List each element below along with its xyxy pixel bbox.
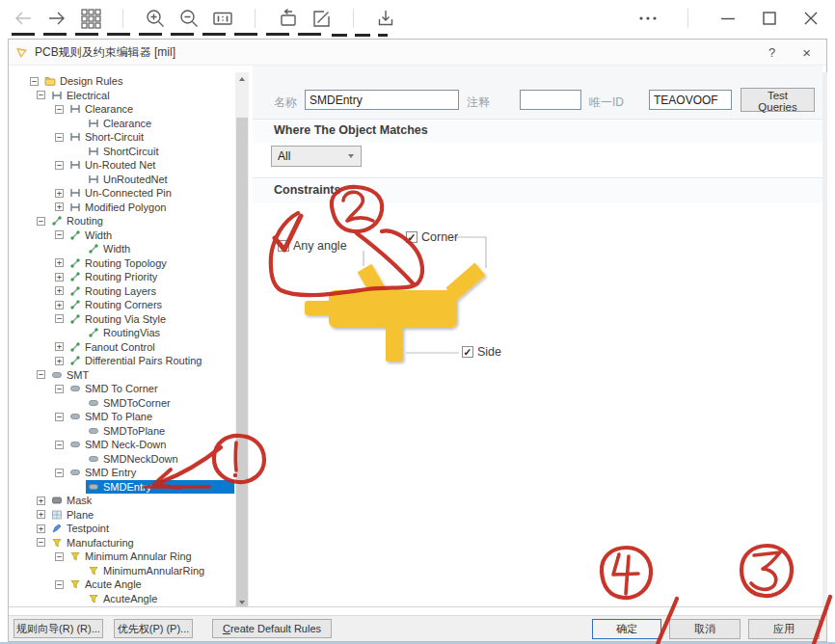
collapse-icon[interactable]: − [37,370,45,379]
expand-icon[interactable]: + [55,357,64,365]
ok-button[interactable]: 确定 [592,619,661,639]
tree-item-un-connected-pin[interactable]: +Un-Connected Pin [30,186,234,201]
collapse-icon[interactable]: − [30,77,39,86]
tree-item-routingvias[interactable]: RoutingVias [30,326,234,340]
scrollbar-thumb[interactable] [236,118,248,609]
tree-item-routing-corners[interactable]: +Routing Corners [30,298,234,312]
tree-item-un-routed-net[interactable]: −Un-Routed Net [30,158,234,173]
tree-item-routing-layers[interactable]: +Routing Layers [30,284,234,299]
scroll-up-icon[interactable] [235,72,249,85]
tree-item-minimum-annular-ring[interactable]: −Minimum Annular Ring [30,550,234,564]
tree-item-routing-via-style[interactable]: −Routing Via Style [30,312,234,327]
tree-item-mask[interactable]: +Mask [30,494,234,508]
tree-item-smt[interactable]: −SMT [30,368,234,383]
zoom-out-icon[interactable] [178,8,200,29]
expand-icon[interactable]: + [37,496,45,505]
apps-grid-icon[interactable] [80,8,101,29]
edit-icon[interactable] [310,8,332,29]
tree-item-smdtocorner[interactable]: SMDToCorner [30,396,234,411]
side-checkbox[interactable]: ✓ Side [462,345,501,359]
tree-item-manufacturing[interactable]: −Manufacturing [30,536,234,550]
rule-wizard-button[interactable]: 规则向导(R) (R)... [13,619,103,638]
back-icon[interactable] [13,8,34,29]
tree-item-width[interactable]: Width [30,242,234,256]
help-icon[interactable]: ? [768,45,775,60]
create-default-rules-button[interactable]: Create Default Rules [212,619,332,638]
unique-id-input[interactable] [649,90,732,110]
collapse-icon[interactable]: − [37,217,45,226]
corner-checkbox[interactable]: ✓ Corner [406,230,458,244]
zoom-in-icon[interactable] [145,8,166,29]
tree-item-minimumannularring[interactable]: MinimumAnnularRing [30,564,234,578]
maximize-icon[interactable] [759,8,780,29]
apply-button[interactable]: 应用 [748,619,820,639]
cancel-button[interactable]: 取消 [669,619,741,639]
collapse-icon[interactable]: − [55,413,64,421]
expand-icon[interactable]: + [55,202,64,211]
scope-dropdown[interactable]: All [271,146,362,167]
collapse-icon[interactable]: − [55,469,64,477]
minimize-icon[interactable] [717,8,739,29]
expand-icon[interactable]: + [55,301,64,309]
tree-item-routing-priority[interactable]: +Routing Priority [30,270,234,284]
more-options-icon[interactable] [637,8,659,29]
test-queries-button[interactable]: Test Queries [741,88,815,112]
tree-scrollbar[interactable] [235,72,249,608]
any-angle-checkbox[interactable]: Any angle [278,239,347,253]
collapse-icon[interactable]: − [55,314,64,323]
tree-item-electrical[interactable]: −Electrical [30,89,234,103]
tree-item-fanout-control[interactable]: +Fanout Control [30,340,234,355]
tree-item-unroutednet[interactable]: UnRoutedNet [30,173,234,187]
expand-icon[interactable]: + [55,273,64,282]
tree-item-clearance[interactable]: Clearance [30,117,234,131]
pad-body [329,290,457,328]
tree-item-short-circuit[interactable]: −Short-Circuit [30,130,234,145]
close-window-icon[interactable] [800,8,822,29]
tree-item-routing-topology[interactable]: +Routing Topology [30,256,234,271]
close-icon[interactable]: × [802,44,811,61]
right-panel-scrollbar[interactable] [822,72,827,608]
tree-item-smd-to-plane[interactable]: −SMD To Plane [30,410,234,424]
tree-item-smd-to-corner[interactable]: −SMD To Corner [30,382,234,396]
comment-input[interactable] [520,90,581,110]
tree-item-smdentry[interactable]: SMDEntry [30,480,234,495]
collapse-icon[interactable]: − [37,538,45,547]
tree-item-acute-angle[interactable]: −Acute Angle [30,577,234,592]
collapse-icon[interactable]: − [55,580,64,589]
tree-item-routing[interactable]: −Routing [30,214,234,228]
priorities-button[interactable]: 优先权(P) (P)... [114,619,193,638]
collapse-icon[interactable]: − [55,552,64,561]
expand-icon[interactable]: + [55,342,64,351]
tree-item-smd-neck-down[interactable]: −SMD Neck-Down [30,438,234,452]
forward-icon[interactable] [46,8,67,29]
collapse-icon[interactable]: − [37,91,45,99]
expand-icon[interactable]: + [55,189,64,198]
expand-icon[interactable]: + [55,286,64,295]
tree-item-shortcircuit[interactable]: ShortCircuit [30,145,234,159]
tree-item-differential-pairs-routing[interactable]: +Differential Pairs Routing [30,354,234,368]
collapse-icon[interactable]: − [55,385,64,393]
collapse-icon[interactable]: − [55,105,64,114]
tree-item-smdtoplane[interactable]: SMDToPlane [30,424,234,439]
tree-item-plane[interactable]: +Plane [30,508,234,523]
actual-size-icon[interactable] [212,8,233,29]
tree-item-smd-entry[interactable]: −SMD Entry [30,466,234,480]
expand-icon[interactable]: + [55,258,64,267]
tree-item-width[interactable]: −Width [30,228,234,243]
expand-icon[interactable]: + [37,524,45,533]
new-window-icon[interactable] [277,8,298,29]
tree-item-design-rules[interactable]: −Design Rules [30,74,234,89]
tree-item-testpoint[interactable]: +Testpoint [30,522,234,536]
collapse-icon[interactable]: − [55,161,64,170]
tree-item-modified-polygon[interactable]: +Modified Polygon [30,201,234,215]
tree-item-smdneckdown[interactable]: SMDNeckDown [30,452,234,467]
name-input[interactable] [305,90,459,110]
collapse-icon[interactable]: − [55,133,64,142]
download-icon[interactable] [375,8,396,29]
collapse-icon[interactable]: − [55,441,64,449]
tree-item-acuteangle[interactable]: AcuteAngle [30,592,234,606]
expand-icon[interactable]: + [37,510,45,519]
tree-item-clearance[interactable]: −Clearance [30,102,234,117]
collapse-icon[interactable]: − [55,230,64,239]
checkbox-box: ✓ [406,231,418,243]
